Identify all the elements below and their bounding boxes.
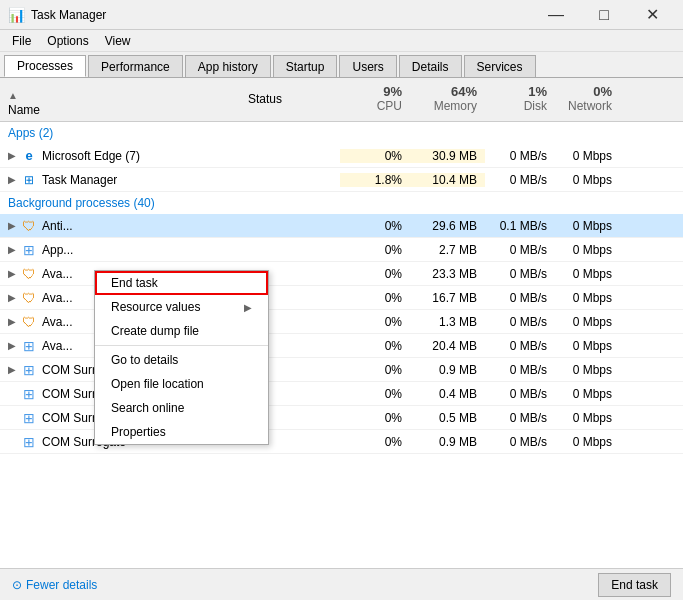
row-name-taskmgr: ▶ ⊞ Task Manager [0, 171, 240, 189]
row-network: 0 Mbps [555, 219, 620, 233]
row-network: 0 Mbps [555, 291, 620, 305]
app-icon: 📊 [8, 7, 25, 23]
row-cpu: 1.8% [340, 173, 410, 187]
section-apps: Apps (2) [0, 122, 683, 144]
table-row[interactable]: ▶ e Microsoft Edge (7) 0% 30.9 MB 0 MB/s… [0, 144, 683, 168]
row-cpu: 0% [340, 363, 410, 377]
av-icon: 🛡 [20, 289, 38, 307]
expand-icon[interactable]: ▶ [4, 268, 20, 279]
expand-icon[interactable]: ▶ [4, 316, 20, 327]
row-disk: 0 MB/s [485, 243, 555, 257]
context-end-task[interactable]: End task [95, 271, 268, 295]
fewer-details-button[interactable]: ⊙ Fewer details [12, 578, 97, 592]
tab-startup[interactable]: Startup [273, 55, 338, 77]
tab-processes[interactable]: Processes [4, 55, 86, 77]
row-network: 0 Mbps [555, 267, 620, 281]
table-row[interactable]: ▶ ⊞ App... 0% 2.7 MB 0 MB/s 0 Mbps [0, 238, 683, 262]
sort-arrow: ▲ [8, 90, 232, 101]
tab-app-history[interactable]: App history [185, 55, 271, 77]
tab-services[interactable]: Services [464, 55, 536, 77]
row-disk: 0 MB/s [485, 435, 555, 449]
row-memory: 0.4 MB [410, 387, 485, 401]
expand-icon[interactable]: ▶ [4, 220, 20, 231]
row-name-anti: ▶ 🛡 Anti... [0, 217, 240, 235]
row-disk: 0 MB/s [485, 315, 555, 329]
row-disk: 0 MB/s [485, 363, 555, 377]
expand-icon[interactable]: ▶ [4, 150, 20, 161]
context-resource-values[interactable]: Resource values ▶ [95, 295, 268, 319]
row-memory: 30.9 MB [410, 149, 485, 163]
row-network: 0 Mbps [555, 149, 620, 163]
col-name-header[interactable]: ▲ Name [0, 78, 240, 121]
tab-users[interactable]: Users [339, 55, 396, 77]
status-bar: ⊙ Fewer details End task [0, 568, 683, 600]
tab-details[interactable]: Details [399, 55, 462, 77]
col-memory-header[interactable]: 64% Memory [410, 82, 485, 117]
app-icon: ⊞ [20, 433, 38, 451]
row-cpu: 0% [340, 291, 410, 305]
context-properties[interactable]: Properties [95, 420, 268, 444]
menu-options[interactable]: Options [39, 30, 96, 51]
row-memory: 0.5 MB [410, 411, 485, 425]
col-status-header[interactable]: Status [240, 90, 340, 110]
context-go-to-details[interactable]: Go to details [95, 348, 268, 372]
row-memory: 1.3 MB [410, 315, 485, 329]
row-network: 0 Mbps [555, 363, 620, 377]
window-title: Task Manager [31, 8, 533, 22]
expand-icon[interactable]: ▶ [4, 364, 20, 375]
menu-bar: File Options View [0, 30, 683, 52]
av-icon: 🛡 [20, 217, 38, 235]
expand-icon[interactable]: ▶ [4, 244, 20, 255]
app-icon: ⊞ [20, 241, 38, 259]
context-search-online[interactable]: Search online [95, 396, 268, 420]
expand-icon[interactable]: ▶ [4, 340, 20, 351]
row-cpu: 0% [340, 149, 410, 163]
app-icon: ⊞ [20, 337, 38, 355]
row-memory: 2.7 MB [410, 243, 485, 257]
row-disk: 0 MB/s [485, 173, 555, 187]
row-memory: 0.9 MB [410, 363, 485, 377]
context-open-file-location[interactable]: Open file location [95, 372, 268, 396]
app-icon: ⊞ [20, 361, 38, 379]
row-cpu: 0% [340, 243, 410, 257]
row-memory: 0.9 MB [410, 435, 485, 449]
app-icon: ⊞ [20, 409, 38, 427]
row-name-edge: ▶ e Microsoft Edge (7) [0, 147, 240, 165]
menu-view[interactable]: View [97, 30, 139, 51]
row-disk: 0 MB/s [485, 149, 555, 163]
maximize-button[interactable]: □ [581, 1, 627, 29]
minimize-button[interactable]: — [533, 1, 579, 29]
menu-file[interactable]: File [4, 30, 39, 51]
end-task-button[interactable]: End task [598, 573, 671, 597]
row-memory: 29.6 MB [410, 219, 485, 233]
app-icon: ⊞ [20, 385, 38, 403]
table-row[interactable]: ▶ ⊞ Task Manager 1.8% 10.4 MB 0 MB/s 0 M… [0, 168, 683, 192]
close-button[interactable]: ✕ [629, 1, 675, 29]
row-network: 0 Mbps [555, 243, 620, 257]
taskmgr-icon: ⊞ [20, 171, 38, 189]
row-cpu: 0% [340, 219, 410, 233]
row-disk: 0 MB/s [485, 387, 555, 401]
table-row[interactable]: ▶ 🛡 Anti... 0% 29.6 MB 0.1 MB/s 0 Mbps [0, 214, 683, 238]
row-memory: 16.7 MB [410, 291, 485, 305]
row-network: 0 Mbps [555, 411, 620, 425]
row-name-app: ▶ ⊞ App... [0, 241, 240, 259]
col-cpu-header[interactable]: 9% CPU [340, 82, 410, 117]
edge-icon: e [20, 147, 38, 165]
col-network-header[interactable]: 0% Network [555, 82, 620, 117]
row-cpu: 0% [340, 435, 410, 449]
title-bar: 📊 Task Manager — □ ✕ [0, 0, 683, 30]
row-disk: 0.1 MB/s [485, 219, 555, 233]
expand-icon[interactable]: ▶ [4, 174, 20, 185]
row-network: 0 Mbps [555, 315, 620, 329]
expand-icon[interactable]: ▶ [4, 292, 20, 303]
av-icon: 🛡 [20, 313, 38, 331]
row-network: 0 Mbps [555, 387, 620, 401]
window-controls: — □ ✕ [533, 1, 675, 29]
col-disk-header[interactable]: 1% Disk [485, 82, 555, 117]
column-header: ▲ Name Status 9% CPU 64% Memory 1% Disk … [0, 78, 683, 122]
context-create-dump[interactable]: Create dump file [95, 319, 268, 343]
row-disk: 0 MB/s [485, 267, 555, 281]
section-background: Background processes (40) [0, 192, 683, 214]
tab-performance[interactable]: Performance [88, 55, 183, 77]
